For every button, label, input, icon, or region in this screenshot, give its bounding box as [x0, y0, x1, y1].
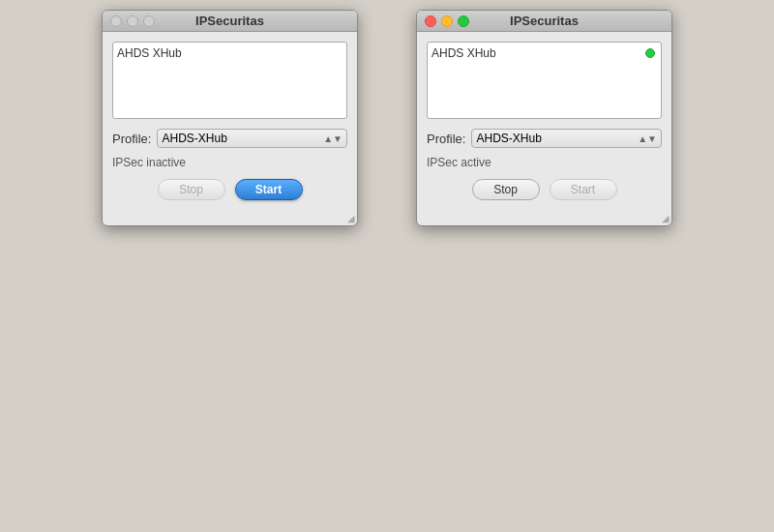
status-dot-2 — [645, 48, 655, 58]
log-text-1: AHDS XHub — [117, 46, 182, 60]
window-active: IPSecuritas AHDS XHub Profile: AHDS-XHub… — [416, 10, 672, 226]
start-button-2: Start — [550, 179, 617, 200]
resize-grip-1: ◢ — [103, 214, 357, 225]
close-button-1[interactable] — [110, 15, 122, 27]
stop-button-1: Stop — [158, 179, 225, 200]
log-area-1: AHDS XHub — [112, 42, 347, 119]
button-row-2: Stop Start — [427, 179, 662, 204]
select-arrow-1: ▲▼ — [323, 133, 342, 144]
status-row-1: IPSec inactive — [112, 156, 347, 169]
status-text-2: IPSec active — [427, 156, 491, 169]
log-text-2: AHDS XHub — [432, 46, 496, 60]
log-area-2: AHDS XHub — [427, 42, 662, 119]
status-text-1: IPSec inactive — [112, 156, 186, 169]
close-button-2[interactable] — [425, 15, 436, 27]
traffic-lights-1 — [110, 15, 155, 27]
profile-select-1[interactable]: AHDS-XHub ▲▼ — [157, 129, 347, 148]
traffic-lights-2 — [425, 15, 469, 27]
window-body-1: AHDS XHub Profile: AHDS-XHub ▲▼ IPSec in… — [103, 32, 357, 214]
window-inactive: IPSecuritas AHDS XHub Profile: AHDS-XHub… — [102, 10, 358, 226]
profile-select-2[interactable]: AHDS-XHub ▲▼ — [471, 129, 662, 148]
window-title-2: IPSecuritas — [510, 14, 579, 28]
start-button-1[interactable]: Start — [235, 179, 303, 200]
profile-row-1: Profile: AHDS-XHub ▲▼ — [112, 129, 347, 148]
stop-button-2[interactable]: Stop — [472, 179, 540, 200]
profile-value-1: AHDS-XHub — [162, 132, 226, 145]
profile-label-1: Profile: — [112, 132, 151, 146]
minimize-button-2[interactable] — [441, 15, 453, 27]
window-title-1: IPSecuritas — [195, 14, 264, 28]
profile-row-2: Profile: AHDS-XHub ▲▼ — [427, 129, 662, 148]
profile-value-2: AHDS-XHub — [476, 132, 541, 145]
profile-label-2: Profile: — [427, 132, 465, 146]
titlebar-1: IPSecuritas — [103, 11, 357, 32]
resize-grip-2: ◢ — [417, 214, 671, 225]
window-body-2: AHDS XHub Profile: AHDS-XHub ▲▼ IPSec ac… — [417, 32, 671, 214]
maximize-button-2[interactable] — [458, 15, 469, 27]
select-arrow-2: ▲▼ — [638, 133, 657, 144]
button-row-1: Stop Start — [112, 179, 347, 204]
minimize-button-1[interactable] — [127, 15, 138, 27]
status-row-2: IPSec active — [427, 156, 662, 169]
maximize-button-1[interactable] — [143, 15, 155, 27]
titlebar-2: IPSecuritas — [417, 11, 671, 32]
